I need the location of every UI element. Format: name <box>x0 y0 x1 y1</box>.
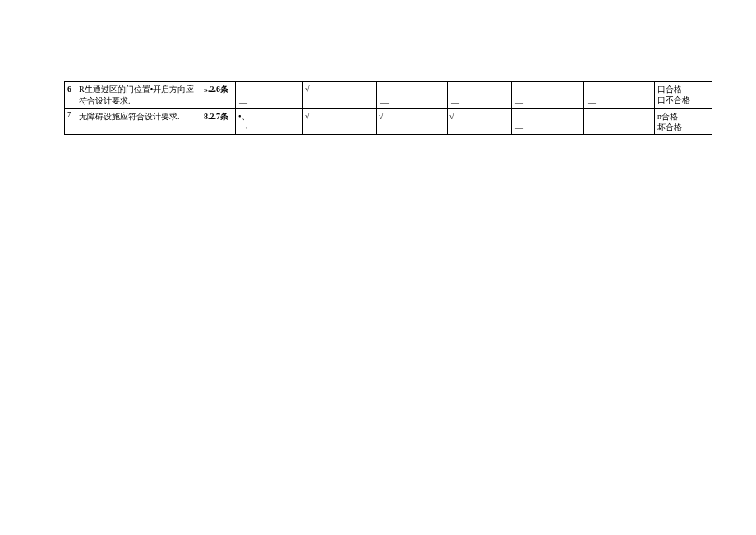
row-description: R生通过区的门位置•开启方向应 符合设计要求. <box>76 82 201 109</box>
row-result: n合格 坏合格 <box>655 109 712 135</box>
row-number: 6 <box>65 82 76 109</box>
result-fail: 口不合格 <box>657 95 709 105</box>
row-result: 口合格 口不合格 <box>655 82 712 109</box>
cell-dash: — <box>236 82 303 109</box>
table-row: 7 无障碍设施应符合设计要求. 8.2.7条 •、 、 √ √ √ — n合格 … <box>65 109 712 135</box>
row-number: 7 <box>65 109 76 135</box>
cell-mark-top: •、 <box>238 112 250 121</box>
cell-check: √ <box>303 82 377 109</box>
cell-dash: — <box>377 82 448 109</box>
cell-dash: — <box>584 82 655 109</box>
result-fail: 坏合格 <box>657 122 709 132</box>
row-reference: ».2.6条 <box>201 82 236 109</box>
cell-dash <box>584 109 655 135</box>
row-reference: 8.2.7条 <box>201 109 236 135</box>
cell-check: √ <box>303 109 377 135</box>
inspection-table: 6 R生通过区的门位置•开启方向应 符合设计要求. ».2.6条 — √ — —… <box>64 81 712 135</box>
inspection-table-fragment: 6 R生通过区的门位置•开启方向应 符合设计要求. ».2.6条 — √ — —… <box>64 81 712 135</box>
row-description: 无障碍设施应符合设计要求. <box>76 109 201 135</box>
result-pass: 口合格 <box>657 84 709 95</box>
cell-check: √ <box>448 109 512 135</box>
desc-text-line2: 符合设计要求. <box>79 96 131 105</box>
table-row: 6 R生通过区的门位置•开启方向应 符合设计要求. ».2.6条 — √ — —… <box>65 82 712 109</box>
cell-dash: — <box>512 109 584 135</box>
cell-check: √ <box>377 109 448 135</box>
cell-mark-sub: 、 <box>238 122 300 131</box>
cell-dash: — <box>512 82 584 109</box>
cell-mark: •、 、 <box>236 109 303 135</box>
result-pass: n合格 <box>657 111 709 122</box>
desc-text-line1: R生通过区的门位置•开启方向应 <box>79 85 194 94</box>
cell-dash: — <box>448 82 512 109</box>
